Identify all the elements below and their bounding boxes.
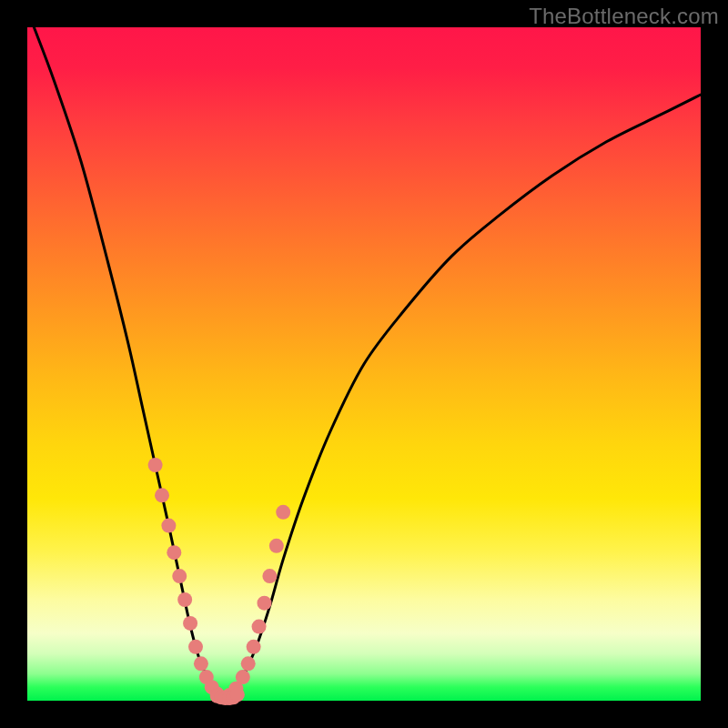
plot-area [27, 27, 701, 701]
chart-svg [27, 27, 701, 701]
curve-right-branch [229, 95, 701, 697]
marker-right-5 [252, 620, 267, 634]
marker-right-8 [269, 539, 284, 553]
marker-right-4 [247, 640, 261, 654]
marker-left-6 [183, 616, 197, 631]
marker-right-2 [236, 670, 250, 684]
marker-left-8 [194, 656, 208, 671]
marker-left-4 [172, 569, 187, 583]
marker-left-1 [155, 488, 169, 502]
chart-frame: TheBottleneck.com [0, 0, 728, 728]
marker-right-3 [241, 656, 256, 671]
marker-right-9 [276, 505, 290, 520]
marker-bottom-5 [230, 687, 245, 702]
data-point-markers [148, 458, 291, 705]
marker-left-0 [148, 458, 163, 472]
marker-left-5 [177, 592, 192, 607]
marker-left-7 [188, 640, 203, 654]
marker-left-3 [167, 545, 181, 560]
marker-right-6 [257, 596, 271, 611]
marker-left-2 [161, 519, 176, 533]
bottleneck-curve [34, 27, 701, 697]
watermark-text: TheBottleneck.com [529, 4, 719, 29]
curve-left-branch [34, 27, 222, 697]
marker-right-7 [262, 569, 277, 583]
